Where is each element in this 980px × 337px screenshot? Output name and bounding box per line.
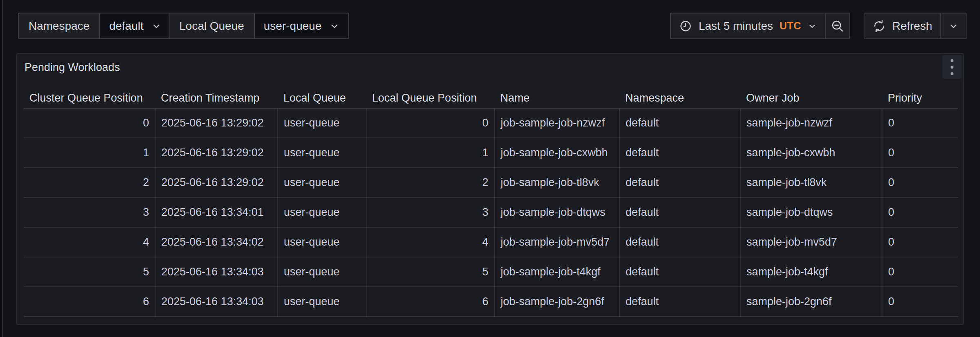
cell-priority: 0 [882,197,958,227]
refresh-button[interactable]: Refresh [864,13,940,38]
pending-workloads-table: Cluster Queue PositionCreation Timestamp… [24,88,958,317]
variable-namespace: Namespace default [18,13,171,39]
cell-cluster-queue-position: 2 [24,168,155,197]
chevron-down-icon [808,22,817,31]
cell-owner-job: sample-job-cxwbh [740,138,882,168]
table-row: 62025-06-16 13:34:03user-queue6job-sampl… [24,287,958,317]
variable-namespace-value: default [109,20,143,33]
panel-title[interactable]: Pending Workloads [24,54,120,81]
clock-icon [679,20,692,33]
column-header-local-queue[interactable]: Local Queue [278,88,366,108]
chevron-down-icon [151,21,161,31]
cell-priority: 0 [882,257,958,287]
cell-cluster-queue-position: 0 [24,108,155,138]
column-header-priority[interactable]: Priority [882,88,958,108]
cell-namespace: default [619,227,740,257]
cell-name: job-sample-job-cxwbh [494,138,619,168]
cell-creation-timestamp: 2025-06-16 13:34:01 [155,197,278,227]
refresh-controls: Refresh [864,13,967,39]
zoom-out-icon [831,20,844,33]
time-range-label: Last 5 minutes [699,20,773,33]
variable-local-queue: Local Queue user-queue [169,13,349,39]
cell-namespace: default [619,138,740,168]
cell-owner-job: sample-job-nzwzf [740,108,882,138]
cell-local-queue: user-queue [278,168,366,197]
cell-cluster-queue-position: 6 [24,287,155,317]
cell-cluster-queue-position: 5 [24,257,155,287]
column-header-owner-job[interactable]: Owner Job [740,88,882,108]
cell-local-queue: user-queue [278,138,366,168]
timezone-label: UTC [780,20,801,32]
cell-owner-job: sample-job-dtqws [740,197,882,227]
toolbar-right: Last 5 minutes UTC Refresh [670,13,967,39]
cell-owner-job: sample-job-t4kgf [740,257,882,287]
table-row: 12025-06-16 13:29:02user-queue1job-sampl… [24,138,958,168]
cell-name: job-sample-job-nzwzf [494,108,619,138]
cell-name: job-sample-job-mv5d7 [494,227,619,257]
variable-namespace-label: Namespace [19,13,100,38]
cell-name: job-sample-job-2gn6f [494,287,619,317]
time-range-picker[interactable]: Last 5 minutes UTC [671,13,825,38]
cell-creation-timestamp: 2025-06-16 13:29:02 [155,108,278,138]
cell-local-queue: user-queue [278,108,366,138]
chevron-down-icon [330,21,339,31]
cell-owner-job: sample-job-mv5d7 [740,227,882,257]
cell-name: job-sample-job-t4kgf [494,257,619,287]
table-row: 52025-06-16 13:34:03user-queue5job-sampl… [24,257,958,287]
cell-cluster-queue-position: 1 [24,138,155,168]
cell-owner-job: sample-job-tl8vk [740,168,882,197]
column-header-namespace[interactable]: Namespace [619,88,740,108]
variable-namespace-select[interactable]: default [100,13,170,38]
cell-local-queue-position: 6 [366,287,494,317]
time-controls: Last 5 minutes UTC [670,13,850,39]
refresh-button-label: Refresh [892,20,932,33]
cell-creation-timestamp: 2025-06-16 13:34:02 [155,227,278,257]
panel-menu-button[interactable] [942,55,962,79]
cell-creation-timestamp: 2025-06-16 13:34:03 [155,287,278,317]
kebab-menu-icon [951,59,953,75]
cell-creation-timestamp: 2025-06-16 13:29:02 [155,168,278,197]
table-header-row: Cluster Queue PositionCreation Timestamp… [24,88,958,108]
cell-local-queue-position: 2 [366,168,494,197]
cell-cluster-queue-position: 4 [24,227,155,257]
cell-namespace: default [619,108,740,138]
cell-priority: 0 [882,227,958,257]
variable-local-queue-label: Local Queue [169,13,255,38]
column-header-local-queue-position[interactable]: Local Queue Position [366,88,494,108]
cell-priority: 0 [882,138,958,168]
table-container: Cluster Queue PositionCreation Timestamp… [24,88,958,317]
column-header-name[interactable]: Name [494,88,619,108]
cell-priority: 0 [882,108,958,138]
chevron-down-icon [949,21,958,31]
cell-local-queue-position: 5 [366,257,494,287]
variable-local-queue-select[interactable]: user-queue [255,13,349,38]
cell-local-queue: user-queue [278,257,366,287]
table-row: 32025-06-16 13:34:01user-queue3job-sampl… [24,197,958,227]
cell-local-queue-position: 1 [366,138,494,168]
cell-namespace: default [619,257,740,287]
cell-local-queue-position: 4 [366,227,494,257]
cell-name: job-sample-job-dtqws [494,197,619,227]
cell-creation-timestamp: 2025-06-16 13:34:03 [155,257,278,287]
cell-name: job-sample-job-tl8vk [494,168,619,197]
cell-local-queue: user-queue [278,227,366,257]
page-left-edge [0,0,3,337]
pending-workloads-panel: Pending Workloads Cluster Queue Position… [16,53,964,325]
column-header-cluster-queue-position[interactable]: Cluster Queue Position [24,88,155,108]
cell-namespace: default [619,168,740,197]
variable-local-queue-value: user-queue [264,20,322,33]
cell-local-queue: user-queue [278,197,366,227]
table-row: 22025-06-16 13:29:02user-queue2job-sampl… [24,168,958,197]
cell-local-queue-position: 3 [366,197,494,227]
refresh-icon [873,20,886,33]
column-header-creation-timestamp[interactable]: Creation Timestamp [155,88,278,108]
cell-namespace: default [619,197,740,227]
cell-priority: 0 [882,168,958,197]
cell-namespace: default [619,287,740,317]
cell-local-queue: user-queue [278,287,366,317]
cell-cluster-queue-position: 3 [24,197,155,227]
cell-local-queue-position: 0 [366,108,494,138]
table-row: 42025-06-16 13:34:02user-queue4job-sampl… [24,227,958,257]
time-zoom-out-button[interactable] [825,13,849,38]
refresh-interval-dropdown[interactable] [940,13,966,38]
